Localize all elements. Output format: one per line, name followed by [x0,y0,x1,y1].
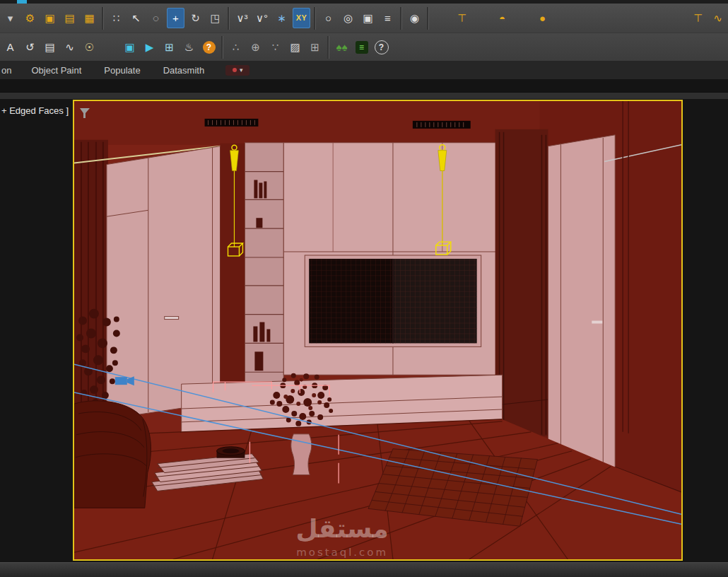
pivot-dots-icon[interactable]: ∴ [227,37,245,57]
scene-wall-recess [221,144,245,404]
toolbar-divider [427,7,429,30]
select-and-scale-icon[interactable]: ◳ [206,8,224,28]
grid-add-icon[interactable]: ⊞ [306,37,324,57]
layers-icon[interactable]: ▤ [41,37,59,57]
ceiling-vent-1[interactable] [205,119,259,127]
ribbon-overflow-button[interactable]: ▾ [225,65,249,76]
scene-list-icon[interactable]: ≡ [379,8,397,28]
checker-box-icon[interactable]: ▨ [286,37,304,57]
select-object-icon[interactable]: ↖ [127,8,145,28]
viewport-area: + Edged Faces ] [0,99,728,562]
select-region-icon[interactable]: ◌ [147,8,165,28]
ribbon-tab-datasmith[interactable]: Datasmith [152,61,216,79]
toolbar-spacer [473,8,491,28]
toolbar-divider [221,36,223,59]
scene-canvas[interactable]: مستقل mostaql.com [74,101,681,559]
spiral-icon[interactable]: ↺ [21,37,39,57]
scene-tv[interactable] [305,255,481,346]
status-bar [0,562,728,577]
unlink-selection-icon[interactable]: ▤ [61,8,78,28]
separator-band-dark [0,79,728,92]
select-and-manipulate-icon[interactable]: ⚙ [21,8,39,28]
ribbon-tab-populate[interactable]: Populate [93,61,151,79]
select-and-link-icon[interactable]: ▣ [41,8,59,28]
angle-snap-icon[interactable]: ∨° [253,8,271,28]
axis-constraint-xy-button[interactable]: XY [293,8,310,28]
trees-icon[interactable]: ♠♠ [333,37,351,57]
itoo-list-button[interactable]: ≡ [353,37,370,57]
preview-play-icon[interactable]: ▶ [141,37,158,57]
snap-toggle-icon[interactable]: ∨³ [233,8,251,28]
curve-tool-icon[interactable]: ∿ [709,8,727,28]
watermark-title: مستقل [295,514,388,543]
sphere-light-icon[interactable]: ● [534,8,551,28]
help-circle-icon[interactable]: ? [372,37,390,57]
ribbon-tab-object-paint[interactable]: Object Paint [20,61,93,79]
camera-icon[interactable]: ◉ [406,8,423,28]
toolbar-overflow-caret[interactable]: ▾ [1,8,19,28]
toolbar-flex-spacer [553,8,687,28]
select-and-rotate-icon[interactable]: ↻ [187,8,204,28]
toolbar-spacer [513,8,532,28]
toolbar-divider [314,7,316,30]
watermark-subtitle: mostaql.com [296,546,388,559]
center-crosshair-icon[interactable]: ⊕ [247,37,264,57]
select-and-place-icon[interactable]: ○ [319,8,337,28]
main-toolbar-row2: A↺▤∿☉▣▶⊞♨?∴⊕∵▨⊞♠♠≡? [0,33,728,61]
ribbon-tab-on[interactable]: on [0,61,20,79]
scene-camera[interactable] [115,376,134,385]
separator-band-light [0,92,728,99]
light-stand-2-icon[interactable]: ⊤ [689,8,707,28]
scene-window[interactable] [495,129,548,436]
light-stand-icon[interactable]: ⊤ [453,8,471,28]
scene-jar[interactable] [217,447,245,458]
main-toolbar-row1: ▾⚙▣▤▦∷↖◌+↻◳∨³∨°∗XY○◎▣≡◉⊤◓●⊤∿ [0,4,728,33]
axis-dots-icon[interactable]: ∵ [266,37,284,57]
active-viewport[interactable]: مستقل mostaql.com [73,100,683,561]
lightbulb-icon[interactable]: ☉ [81,37,98,57]
render-setup-icon[interactable]: ▣ [359,8,377,28]
scene-shelving-unit[interactable] [245,143,283,405]
selection-filter-icon[interactable]: ∷ [107,8,125,28]
ceiling-vent-2[interactable] [413,121,471,129]
toolbar-divider [102,7,104,30]
toolbar-divider [228,7,230,30]
watermark: مستقل mostaql.com [295,514,388,559]
letter-a-icon[interactable]: A [1,37,19,57]
display-monitor-icon[interactable]: ▣ [121,37,139,57]
dome-light-icon[interactable]: ◓ [493,8,511,28]
ribbon-tab-bar: onObject PaintPopulateDatasmith ▾ [0,61,728,79]
bind-to-spacewarp-icon[interactable]: ▦ [81,8,98,28]
scene-right-door[interactable] [548,135,615,467]
toolbar-divider [327,36,329,59]
teapot-render-icon[interactable]: ♨ [180,37,198,57]
curve-editor-icon[interactable]: ∿ [61,37,78,57]
viewport-label[interactable]: + Edged Faces ] [1,105,69,116]
ribbon-tabs: onObject PaintPopulateDatasmith [0,61,216,79]
chevron-down-icon: ▾ [240,67,243,74]
toolbar-spacer [100,37,119,57]
add-box-icon[interactable]: ⊞ [160,37,178,57]
snowflake-icon[interactable]: ∗ [273,8,290,28]
toolbar-spacer [433,8,451,28]
toolbar-divider [400,7,402,30]
help-button[interactable]: ? [200,37,218,57]
notification-dot [233,68,237,72]
select-and-move-button[interactable]: + [167,8,184,28]
scene-sofa[interactable] [74,401,151,508]
orbit-tool-icon[interactable]: ◎ [339,8,357,28]
